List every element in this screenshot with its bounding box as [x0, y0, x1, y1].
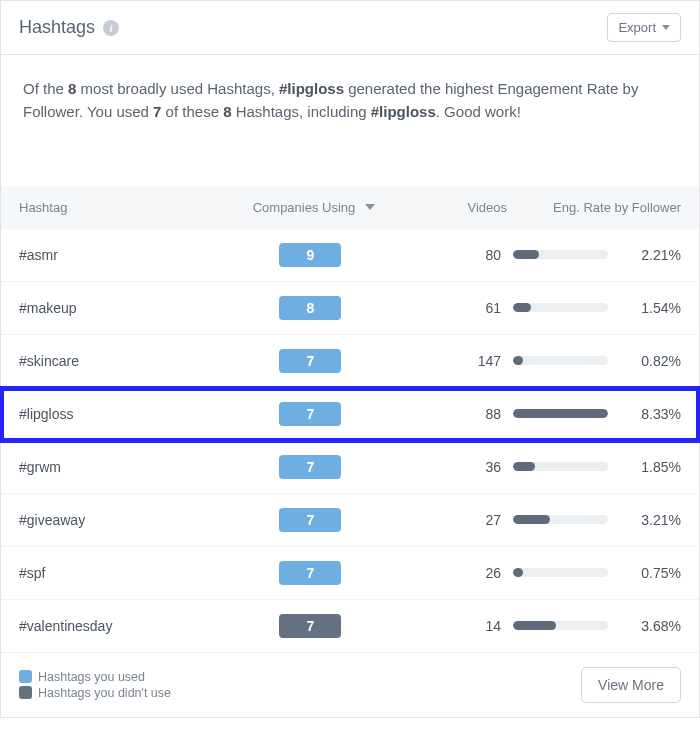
col-header-hashtag[interactable]: Hashtag	[19, 200, 239, 215]
eng-cell: 0.75%	[513, 565, 681, 581]
eng-value: 2.21%	[626, 247, 681, 263]
panel-title: Hashtags	[19, 17, 95, 38]
table-row[interactable]: #valentinesday7143.68%	[1, 600, 699, 653]
companies-cell: 7	[236, 561, 384, 585]
panel-footer: Hashtags you used Hashtags you didn't us…	[1, 653, 699, 717]
swatch-used-icon	[19, 670, 32, 683]
videos-cell: 36	[384, 459, 513, 475]
eng-cell: 1.54%	[513, 300, 681, 316]
eng-bar-track	[513, 303, 608, 312]
swatch-unused-icon	[19, 686, 32, 699]
hashtag-cell: #asmr	[19, 247, 236, 263]
table-row[interactable]: #lipgloss7888.33%	[1, 388, 699, 441]
eng-cell: 2.21%	[513, 247, 681, 263]
eng-bar-track	[513, 356, 608, 365]
col-header-companies-label: Companies Using	[253, 200, 356, 215]
eng-value: 8.33%	[626, 406, 681, 422]
summary-count2: 8	[223, 103, 231, 120]
col-header-eng[interactable]: Eng. Rate by Follower	[519, 200, 681, 215]
legend-unused-label: Hashtags you didn't use	[38, 686, 171, 700]
table-body: #asmr9802.21%#makeup8611.54%#skincare714…	[1, 229, 699, 653]
summary-top-hashtag: #lipgloss	[279, 80, 344, 97]
summary-mid4: Hashtags, including	[232, 103, 371, 120]
companies-badge: 7	[279, 349, 341, 373]
hashtag-cell: #lipgloss	[19, 406, 236, 422]
videos-cell: 80	[384, 247, 513, 263]
summary-text: Of the 8 most broadly used Hashtags, #li…	[1, 55, 699, 146]
table-row[interactable]: #asmr9802.21%	[1, 229, 699, 282]
eng-bar-track	[513, 462, 608, 471]
panel-header: Hashtags i Export	[1, 1, 699, 55]
eng-value: 3.68%	[626, 618, 681, 634]
videos-cell: 147	[384, 353, 513, 369]
eng-value: 1.54%	[626, 300, 681, 316]
summary-tail: . Good work!	[436, 103, 521, 120]
table-spacer	[1, 146, 699, 186]
hashtags-panel: Hashtags i Export Of the 8 most broadly …	[0, 0, 700, 718]
hashtag-cell: #spf	[19, 565, 236, 581]
eng-bar-fill	[513, 462, 535, 471]
videos-cell: 88	[384, 406, 513, 422]
hashtag-cell: #valentinesday	[19, 618, 236, 634]
sort-caret-icon	[365, 204, 375, 210]
videos-cell: 26	[384, 565, 513, 581]
companies-badge: 7	[279, 614, 341, 638]
eng-bar-fill	[513, 515, 550, 524]
eng-cell: 3.68%	[513, 618, 681, 634]
eng-cell: 1.85%	[513, 459, 681, 475]
companies-cell: 7	[236, 349, 384, 373]
eng-cell: 3.21%	[513, 512, 681, 528]
export-label: Export	[618, 20, 656, 35]
hashtag-cell: #giveaway	[19, 512, 236, 528]
companies-badge: 9	[279, 243, 341, 267]
companies-badge: 7	[279, 402, 341, 426]
companies-badge: 8	[279, 296, 341, 320]
eng-bar-fill	[513, 356, 523, 365]
col-header-videos[interactable]: Videos	[389, 200, 519, 215]
eng-bar-track	[513, 250, 608, 259]
eng-value: 1.85%	[626, 459, 681, 475]
chevron-down-icon	[662, 25, 670, 30]
companies-cell: 8	[236, 296, 384, 320]
eng-bar-track	[513, 409, 608, 418]
table-row[interactable]: #giveaway7273.21%	[1, 494, 699, 547]
eng-bar-fill	[513, 250, 539, 259]
companies-badge: 7	[279, 455, 341, 479]
videos-cell: 27	[384, 512, 513, 528]
table-row[interactable]: #skincare71470.82%	[1, 335, 699, 388]
summary-pre: Of the	[23, 80, 68, 97]
eng-cell: 8.33%	[513, 406, 681, 422]
hashtag-cell: #makeup	[19, 300, 236, 316]
view-more-button[interactable]: View More	[581, 667, 681, 703]
table-row[interactable]: #makeup8611.54%	[1, 282, 699, 335]
eng-bar-track	[513, 515, 608, 524]
eng-bar-fill	[513, 621, 556, 630]
panel-title-wrap: Hashtags i	[19, 17, 119, 38]
eng-bar-fill	[513, 568, 523, 577]
eng-bar-track	[513, 621, 608, 630]
summary-mid3: of these	[161, 103, 223, 120]
companies-cell: 7	[236, 455, 384, 479]
legend-item-unused: Hashtags you didn't use	[19, 686, 171, 700]
eng-bar-fill	[513, 303, 531, 312]
companies-badge: 7	[279, 508, 341, 532]
eng-cell: 0.82%	[513, 353, 681, 369]
legend-item-used: Hashtags you used	[19, 670, 171, 684]
companies-cell: 7	[236, 614, 384, 638]
table-header: Hashtag Companies Using Videos Eng. Rate…	[1, 186, 699, 229]
table-row[interactable]: #spf7260.75%	[1, 547, 699, 600]
info-icon[interactable]: i	[103, 20, 119, 36]
companies-cell: 9	[236, 243, 384, 267]
eng-value: 0.82%	[626, 353, 681, 369]
companies-cell: 7	[236, 508, 384, 532]
eng-value: 0.75%	[626, 565, 681, 581]
col-header-companies[interactable]: Companies Using	[239, 200, 389, 215]
legend-used-label: Hashtags you used	[38, 670, 145, 684]
videos-cell: 61	[384, 300, 513, 316]
summary-mid1: most broadly used Hashtags,	[76, 80, 279, 97]
summary-top-hashtag2: #lipgloss	[371, 103, 436, 120]
hashtag-cell: #grwm	[19, 459, 236, 475]
companies-badge: 7	[279, 561, 341, 585]
table-row[interactable]: #grwm7361.85%	[1, 441, 699, 494]
export-button[interactable]: Export	[607, 13, 681, 42]
